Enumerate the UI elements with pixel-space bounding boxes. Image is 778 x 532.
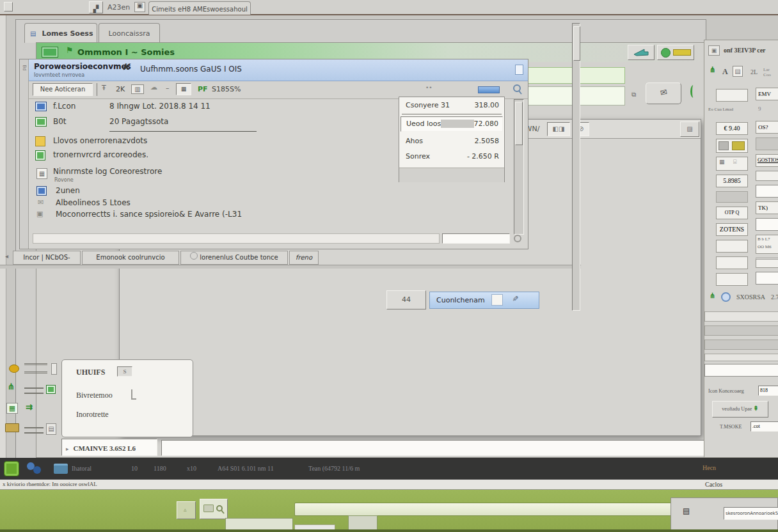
status-indicator-button[interactable] <box>657 45 694 60</box>
rw-box-l4[interactable] <box>716 139 748 153</box>
link-small-icon[interactable]: ⧉ <box>631 91 636 98</box>
sxosrsa-value: 2.7 <box>771 293 778 301</box>
panel-scrollbar-thumb[interactable] <box>515 102 523 145</box>
item-notes[interactable]: Llovos onerrorenazvdots <box>53 136 147 145</box>
desktop-button-1[interactable]: ▵ <box>177 501 196 519</box>
rw-box-r1[interactable]: EMV <box>756 88 778 100</box>
envelope-button[interactable]: ✉ <box>646 82 681 104</box>
rw-box-l10[interactable] <box>716 240 748 253</box>
cmainve-field[interactable]: ▸ CMAINVE 3.6S2 L6 <box>61 439 157 456</box>
rw-form-value3[interactable]: .cot <box>750 421 778 432</box>
handle-icon[interactable] <box>51 363 57 375</box>
top-tab[interactable]: Cimeits eH8 AMEswoessahoul <box>148 1 251 15</box>
lines-icon-2 <box>24 427 44 434</box>
rw-box-r5[interactable]: GOSTIOS <box>756 154 778 167</box>
sheet-tab-4[interactable]: freno <box>289 251 319 265</box>
rw-box-r8[interactable]: TK) <box>756 201 778 214</box>
magnifier-icon[interactable] <box>512 84 523 95</box>
panel-scrollbar[interactable] <box>514 99 524 235</box>
rw-box-r10[interactable]: B b L7 OO M6 <box>756 235 778 254</box>
sheet-tab-1[interactable]: Incor | NCbOS- <box>13 251 81 265</box>
dialog-scrollbar[interactable] <box>572 23 580 311</box>
doc-blue-icon[interactable] <box>515 65 523 75</box>
yellow-bar-icon <box>673 49 691 56</box>
rw-box-r10-line2: OO M6 <box>758 244 772 249</box>
titlebar-right-button[interactable]: ▨ <box>680 121 699 137</box>
circle-handle-icon[interactable] <box>514 235 521 242</box>
taskbar-user2-icon[interactable] <box>33 466 41 474</box>
command-input[interactable] <box>161 440 742 456</box>
inner-panel: Bd Poroweorsioeconvmes Iovvrnteet nvrrov… <box>19 59 528 249</box>
app-menu-button[interactable]: ▞ <box>89 1 103 13</box>
card-icon[interactable]: ▥ <box>131 84 144 94</box>
primary-button[interactable]: Cuonlchenam ✎ <box>429 292 539 309</box>
rw-grid-icon: ▦ <box>719 159 725 165</box>
item-log[interactable]: Ninnrmste log Coreorestrore <box>53 167 162 176</box>
rw-box-l3[interactable]: € 9.40 <box>716 122 748 135</box>
send-arrow-button[interactable] <box>628 45 655 60</box>
rw-form-button[interactable]: veoftadu Upae ⇞ <box>712 401 768 418</box>
scale-icon[interactable]: Ŧ <box>102 84 106 91</box>
tab-right[interactable]: Looncaissra <box>99 23 160 43</box>
folder-icon[interactable] <box>5 423 19 432</box>
cloud-icon[interactable]: ☁ <box>150 84 157 91</box>
rw-box-r9[interactable] <box>756 218 778 231</box>
item-moconorrectts[interactable]: Moconorrectts i. sance spsioreio& E Avar… <box>56 210 242 219</box>
rw-box-l5[interactable]: ▦ ⌻ <box>716 157 748 171</box>
minus-icon[interactable]: – <box>166 84 170 91</box>
rw-box-l1[interactable] <box>716 89 748 102</box>
window-corner-button[interactable] <box>4 2 13 12</box>
rw-form-value1[interactable]: 818 <box>758 386 778 396</box>
new-entry-button[interactable]: Nee Aoticeran <box>33 83 93 96</box>
desktop-button-2[interactable] <box>200 499 228 519</box>
rw-box-r4[interactable] <box>756 137 778 150</box>
uhuifs-tag-label: S <box>123 368 126 375</box>
rw-box-l8[interactable]: OTP Q <box>716 207 748 219</box>
small-44-button[interactable]: 44 <box>386 290 426 309</box>
item-protocols[interactable]: tronernvrcrd arcoreodes. <box>53 150 148 159</box>
rw-box-r8-label: TK) <box>758 205 768 211</box>
panel-bottom-field[interactable] <box>442 233 510 244</box>
rw-box-r6[interactable] <box>756 171 778 181</box>
summary-r2-row[interactable]: Ueod loos 72.080 <box>401 116 503 132</box>
item-albeolineos[interactable]: Albeolineos 5 Ltoes <box>56 198 131 207</box>
taskbar-app-green-icon[interactable] <box>4 461 19 476</box>
taskbar-label-1[interactable]: Ihatoral <box>72 465 91 472</box>
bw-button[interactable]: ▦ <box>176 83 191 95</box>
uhuifs-tag[interactable]: S <box>117 366 132 377</box>
rw-bar-1 <box>704 311 778 322</box>
dialog-scrollbar-thumb[interactable] <box>573 26 580 61</box>
disk-green-icon <box>35 150 45 160</box>
rw-box-r12[interactable] <box>756 272 778 285</box>
list-item-uhuifs[interactable]: UHUIFS <box>76 368 105 377</box>
rw-box-l6[interactable]: 5.8985 <box>716 175 748 187</box>
tray-input[interactable] <box>724 507 778 520</box>
bars-icon <box>24 363 47 373</box>
rw-form-label3: T.MSOKE <box>720 424 742 430</box>
shapes-button[interactable]: ◧◨ <box>547 122 570 136</box>
new-entry-label: Nee Aoticeran <box>40 86 86 93</box>
list-item-inorotrette[interactable]: Inorotrette <box>76 410 109 419</box>
rw-bar-3 <box>704 340 778 350</box>
zoom-label[interactable]: 2K <box>116 85 125 93</box>
item-zunen[interactable]: 2unen <box>56 186 80 195</box>
taskbar-folder-icon[interactable] <box>54 464 68 474</box>
rw-box-r3[interactable]: OS? <box>756 121 778 134</box>
rw-box-l12[interactable] <box>716 273 748 286</box>
tab-scroll-left-icon[interactable]: ◂ <box>5 253 8 260</box>
rw-bar-4 <box>704 354 778 361</box>
pf-label[interactable]: PF <box>198 85 208 93</box>
summary-r3-label: Ahos <box>406 137 423 145</box>
tray-keyboard-icon[interactable]: ▤ <box>683 507 690 515</box>
rw-box-r7[interactable] <box>756 185 778 198</box>
sheet-tab-3[interactable]: lorenenlus Coutbe tonce <box>180 251 288 265</box>
tab-left[interactable]: ▤ Lomes Soess <box>24 23 97 43</box>
phone-arc-icon[interactable] <box>690 85 696 98</box>
sheet-tab-2[interactable]: Emonook coolrunvcio <box>82 251 179 265</box>
list-item-bivretemoo[interactable]: Bivretemoo <box>76 391 113 400</box>
rw-box-r11[interactable] <box>756 258 778 268</box>
rw-box-l7[interactable] <box>716 191 748 203</box>
rw-box-l9[interactable]: ZOTENS <box>716 223 748 236</box>
panel-subtitle: Iovvrnteet nvrrovea <box>34 72 84 78</box>
rw-box-l11[interactable] <box>716 256 748 269</box>
